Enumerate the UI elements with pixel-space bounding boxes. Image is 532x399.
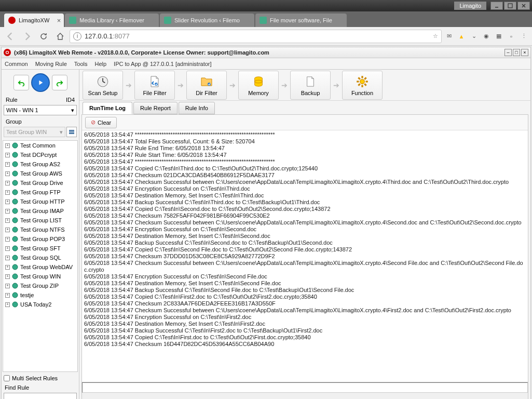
globe-icon [12, 198, 18, 205]
tab-rule-info[interactable]: Rule Info [179, 102, 215, 114]
menu-moving-rule[interactable]: Moving Rule [35, 61, 67, 67]
rule-label: Rule [6, 97, 18, 103]
taskbar-app-label[interactable]: Limagito [454, 2, 486, 10]
os-maximize-button[interactable] [504, 2, 516, 10]
browser-tab[interactable]: LimagitoXW× [4, 14, 64, 27]
tree-expand-icon[interactable]: + [5, 200, 10, 204]
app-maximize-button[interactable]: □ [513, 49, 520, 56]
group-select[interactable]: Test Group WIN ▾ [4, 127, 65, 137]
memory-button[interactable]: Memory [238, 71, 279, 100]
multi-select-checkbox[interactable]: Multi Select Rules [2, 373, 79, 383]
tree-item[interactable]: +Test Group AWS [3, 169, 77, 178]
tree-item[interactable]: +Test Group ZIP [3, 281, 77, 290]
browser-tab[interactable]: File mover software, File× [255, 14, 347, 27]
input-row-1[interactable] [82, 382, 528, 393]
tree-item[interactable]: +Test Group AS2 [3, 159, 77, 169]
clear-button[interactable]: ⊘ Clear [85, 117, 117, 128]
tree-expand-icon[interactable]: + [5, 209, 10, 214]
tab-close-icon[interactable]: × [57, 17, 61, 24]
camera-icon[interactable]: ◉ [481, 31, 492, 42]
tree-expand-icon[interactable]: + [5, 143, 10, 148]
svg-point-20 [12, 264, 18, 270]
find-rule-input[interactable] [4, 393, 77, 399]
pocket-icon[interactable]: ⌄ [469, 31, 479, 42]
tab-close-icon[interactable]: × [247, 17, 251, 24]
tree-item[interactable]: +USA Today2 [3, 300, 77, 309]
tab-close-icon[interactable]: × [152, 17, 156, 24]
tree-expand-icon[interactable]: + [5, 153, 10, 157]
app-close-button[interactable]: × [521, 49, 528, 56]
backup-button[interactable]: Backup [290, 71, 331, 100]
log-content[interactable]: 6/05/2018 13:54:47 *********************… [82, 130, 528, 382]
app-minimize-button[interactable]: – [504, 49, 512, 56]
tree-item[interactable]: +Test Group POP3 [3, 234, 77, 244]
scan-setup-button[interactable]: Scan Setup [83, 71, 123, 100]
tree-expand-icon[interactable]: + [5, 246, 10, 251]
drive-icon[interactable]: ▲ [456, 31, 467, 42]
tree-item-label: Test DCPcrypt [20, 152, 57, 158]
file-filter-button[interactable]: File Filter [134, 71, 175, 100]
tree-item[interactable]: +Test Common [3, 141, 77, 150]
browser-tab[interactable]: Slider Revolution ‹ Filemo× [160, 14, 254, 27]
log-line: 6/05/2018 13:54:47 Destination Memory, S… [84, 192, 526, 199]
globe-icon [12, 255, 18, 261]
tree-expand-icon[interactable]: + [5, 274, 10, 279]
menu-tools[interactable]: Tools [74, 61, 88, 67]
tree-item[interactable]: +Test Group LIST [3, 216, 77, 225]
tree-expand-icon[interactable]: + [5, 265, 10, 270]
os-close-button[interactable] [517, 2, 530, 10]
tree-expand-icon[interactable]: + [5, 302, 10, 307]
dir-filter-button[interactable]: Dir Filter [186, 71, 227, 100]
tree-item[interactable]: +Test Group HTTP [3, 197, 77, 206]
tree-expand-icon[interactable]: + [5, 190, 10, 195]
globe-icon [12, 236, 18, 242]
tree-item[interactable]: +Test Group SQL [3, 253, 77, 262]
mail-icon[interactable]: ✉ [444, 31, 454, 42]
group-options-button[interactable] [66, 127, 77, 137]
tree-expand-icon[interactable]: + [5, 171, 10, 176]
tree-expand-icon[interactable]: + [5, 228, 10, 232]
menu-help[interactable]: Help [94, 61, 106, 67]
tree-expand-icon[interactable]: + [5, 162, 10, 167]
tree-item[interactable]: +Test Group IMAP [3, 206, 77, 216]
tree-expand-icon[interactable]: + [5, 256, 10, 260]
tree-item[interactable]: +testje [3, 290, 77, 300]
tree-item[interactable]: +Test Group WebDAV [3, 262, 77, 272]
tree-item[interactable]: +Test Group FTP [3, 188, 77, 197]
reload-button[interactable] [36, 30, 51, 43]
site-info-icon[interactable]: i [73, 32, 81, 41]
tree-expand-icon[interactable]: + [5, 237, 10, 242]
redo-button[interactable] [52, 75, 67, 90]
tab-close-icon[interactable]: × [339, 17, 344, 24]
tree-item[interactable]: +Test Group NTFS [3, 225, 77, 234]
os-minimize-button[interactable] [490, 2, 503, 10]
undo-button[interactable] [13, 75, 29, 90]
tree-item[interactable]: +Test Group WIN [3, 272, 77, 281]
tab-runtime-log[interactable]: RunTime Log [83, 102, 132, 114]
tree-expand-icon[interactable]: + [5, 181, 10, 185]
bookmark-star-icon[interactable]: ☆ [433, 33, 438, 39]
browser-tab[interactable]: Media Library ‹ Filemover× [65, 14, 159, 27]
tree-expand-icon[interactable]: + [5, 293, 10, 298]
group-tree[interactable]: +Test Common+Test DCPcrypt+Test Group AS… [3, 140, 78, 372]
pdf-icon[interactable]: ▦ [494, 31, 504, 42]
menu-common[interactable]: Common [5, 61, 28, 67]
function-button[interactable]: Function [342, 71, 383, 100]
url-input[interactable]: i 127.0.0.1:8077 ☆ [70, 30, 442, 43]
back-button[interactable] [3, 30, 18, 43]
tree-expand-icon[interactable]: + [5, 218, 10, 223]
tree-expand-icon[interactable]: + [5, 284, 10, 288]
forward-button[interactable] [20, 30, 34, 43]
rule-select[interactable]: WIN - WIN 1 ▾ [4, 105, 77, 115]
tab-rule-report[interactable]: Rule Report [133, 102, 178, 114]
right-panel: Scan Setup ➔ File Filter ➔ Dir Filter ➔ … [79, 70, 530, 399]
home-button[interactable] [53, 30, 67, 43]
input-row-2[interactable] [82, 393, 528, 399]
tree-item-label: Test Common [20, 142, 56, 149]
tree-item[interactable]: +Test Group Drive [3, 178, 77, 188]
tree-item[interactable]: +Test Group SFT [3, 244, 77, 253]
play-button[interactable] [31, 73, 50, 92]
extensions-icon[interactable]: ▫ [506, 31, 516, 42]
tree-item[interactable]: +Test DCPcrypt [3, 150, 77, 159]
menu-icon[interactable]: ⋮ [519, 31, 529, 42]
